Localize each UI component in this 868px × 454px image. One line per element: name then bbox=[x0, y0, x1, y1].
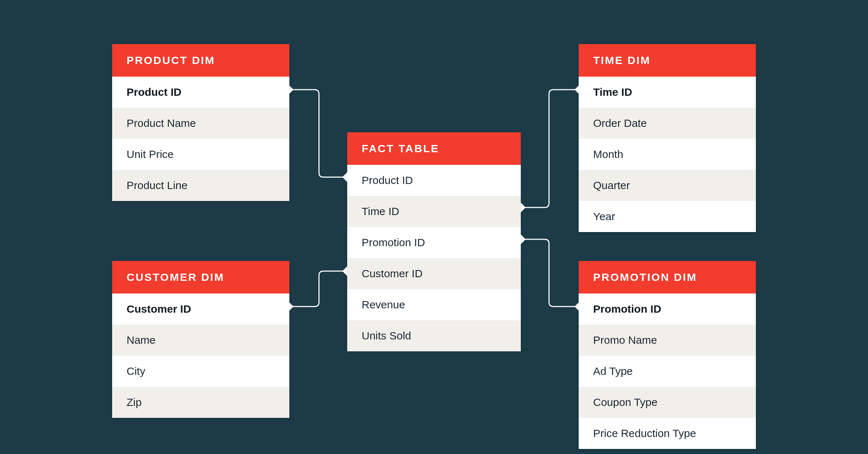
table-row: Promotion ID bbox=[347, 227, 521, 258]
table-row: Quarter bbox=[579, 170, 756, 201]
time-dim-table: TIME DIM Time ID Order Date Month Quarte… bbox=[579, 44, 756, 232]
table-row: Product Line bbox=[112, 170, 289, 201]
table-row: Name bbox=[112, 325, 289, 356]
table-row: Product ID bbox=[347, 165, 521, 196]
product-dim-table: PRODUCT DIM Product ID Product Name Unit… bbox=[112, 44, 289, 201]
fact-table-header: FACT TABLE bbox=[347, 132, 521, 165]
table-row: Units Sold bbox=[347, 320, 521, 351]
table-row: Revenue bbox=[347, 289, 521, 320]
promotion-dim-header: PROMOTION DIM bbox=[579, 261, 756, 294]
table-row: Month bbox=[579, 139, 756, 170]
table-row: Promotion ID bbox=[579, 294, 756, 325]
table-row: Time ID bbox=[579, 77, 756, 108]
customer-dim-table: CUSTOMER DIM Customer ID Name City Zip bbox=[112, 261, 289, 418]
table-row: Order Date bbox=[579, 108, 756, 139]
table-row: City bbox=[112, 356, 289, 387]
table-row: Unit Price bbox=[112, 139, 289, 170]
promotion-dim-table: PROMOTION DIM Promotion ID Promo Name Ad… bbox=[579, 261, 756, 449]
table-row: Coupon Type bbox=[579, 387, 756, 418]
table-row: Price Reduction Type bbox=[579, 418, 756, 449]
table-row: Promo Name bbox=[579, 325, 756, 356]
customer-dim-header: CUSTOMER DIM bbox=[112, 261, 289, 294]
product-dim-header: PRODUCT DIM bbox=[112, 44, 289, 77]
table-row: Zip bbox=[112, 387, 289, 418]
table-row: Ad Type bbox=[579, 356, 756, 387]
table-row: Customer ID bbox=[347, 258, 521, 289]
table-row: Product Name bbox=[112, 108, 289, 139]
table-row: Product ID bbox=[112, 77, 289, 108]
table-row: Customer ID bbox=[112, 294, 289, 325]
time-dim-header: TIME DIM bbox=[579, 44, 756, 77]
table-row: Year bbox=[579, 201, 756, 232]
fact-table: FACT TABLE Product ID Time ID Promotion … bbox=[347, 132, 521, 351]
table-row: Time ID bbox=[347, 196, 521, 227]
